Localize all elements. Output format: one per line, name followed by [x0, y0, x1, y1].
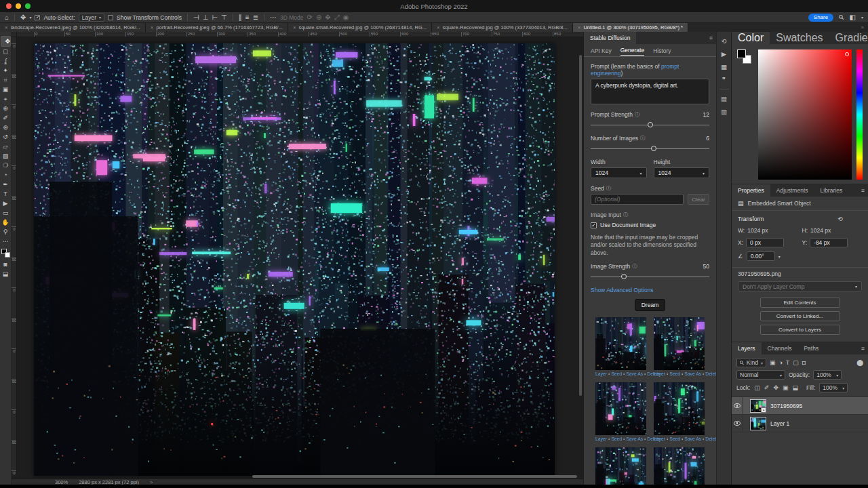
close-tab-icon[interactable]: × [578, 24, 581, 30]
frame-tool-button[interactable]: ▣ [1, 85, 11, 94]
save-as-link[interactable]: Save As [626, 436, 643, 441]
filter-type-layers-icon[interactable]: T [786, 359, 790, 366]
document-tab-4[interactable]: ×square-Recovered.jpg @ 100% (3377304013… [432, 23, 573, 32]
tab-history[interactable]: History [653, 45, 671, 56]
generated-image-thumbnail[interactable] [595, 317, 646, 370]
auto-select-checkbox[interactable]: ✓ [35, 15, 40, 20]
convert-to-layers-button[interactable]: Convert to Layers [760, 325, 840, 335]
tab-generate[interactable]: Generate [620, 45, 644, 56]
close-tab-icon[interactable]: × [293, 24, 296, 30]
blend-mode-dropdown[interactable]: Normal▾ [736, 370, 785, 380]
layer-row-Layer 1[interactable]: Layer 1 [732, 415, 868, 432]
info-icon[interactable]: ⓘ [635, 111, 640, 118]
brush-tool-button[interactable]: ✐ [1, 113, 11, 123]
lock-image-pixels-icon[interactable]: ✐ [764, 384, 770, 391]
screen-mode-button[interactable]: ⬓ [1, 269, 11, 279]
info-icon[interactable]: ⓘ [640, 135, 646, 142]
close-window-button[interactable] [6, 3, 12, 9]
tab-api-key[interactable]: API Key [591, 45, 612, 56]
layer-link[interactable]: Layer [595, 371, 607, 376]
filter-adjustment-layers-icon[interactable]: ◑ [778, 359, 782, 366]
chevron-down-icon[interactable]: ▾ [778, 254, 781, 259]
tab-swatches[interactable]: Swatches [770, 32, 829, 44]
gradient-tool-button[interactable]: ▨ [1, 151, 11, 161]
more-options-icon[interactable]: ⋯ [270, 14, 277, 21]
pen-tool-button[interactable]: ✒ [1, 180, 11, 189]
layer-filter-dropdown[interactable]: ⚲Kind▾ [736, 358, 766, 367]
dodge-tool-button[interactable]: ◔ [1, 170, 11, 180]
x-position-field[interactable]: 0 px [746, 238, 784, 247]
slider-handle[interactable] [648, 122, 653, 127]
blur-tool-button[interactable]: ❍ [1, 161, 11, 170]
align-top-icon[interactable]: ⊤ [221, 14, 227, 21]
panel-menu-icon[interactable]: ≡ [861, 187, 865, 194]
generated-image-thumbnail[interactable] [654, 447, 705, 485]
move-tool-button[interactable]: ✥ [1, 36, 11, 47]
tab-color[interactable]: Color [732, 32, 770, 44]
generated-image-thumbnail[interactable] [595, 447, 646, 485]
close-tab-icon[interactable]: × [5, 24, 8, 30]
dream-button[interactable]: Dream [635, 299, 666, 311]
align-right-icon[interactable]: ⊢ [212, 14, 218, 21]
align-center-icon[interactable]: ⊥ [203, 14, 209, 21]
stable-diffusion-panel-tab[interactable]: Stable Diffusion [584, 32, 636, 44]
auto-select-target-dropdown[interactable]: Layer▾ [79, 14, 104, 22]
type-tool-button[interactable]: T [1, 189, 11, 199]
slider-handle[interactable] [651, 146, 656, 151]
use-document-image-checkbox[interactable]: ✓ [591, 222, 597, 228]
tab-channels[interactable]: Channels [762, 342, 798, 354]
document-tab-2[interactable]: ×portrait-Recovered.jpeg @ 66.7% (171636… [146, 23, 288, 32]
align-left-icon[interactable]: ⊣ [193, 14, 199, 21]
layer-link[interactable]: Layer [654, 371, 665, 376]
lasso-tool-button[interactable]: ʆ [1, 56, 11, 66]
lock-transparent-pixels-icon[interactable]: ◫ [754, 384, 760, 391]
home-icon[interactable]: ⌂ [5, 14, 9, 21]
prompt-textarea[interactable]: A cyberpunk dystopia, digital art. [591, 79, 709, 104]
seed-link[interactable]: Seed [669, 436, 680, 441]
clear-seed-button[interactable]: Clear [688, 194, 709, 205]
distribute-vertical-icon[interactable]: ≡ [245, 14, 250, 21]
lock-position-icon[interactable]: ✥ [773, 384, 778, 391]
layer-thumbnail[interactable] [750, 417, 766, 430]
foreground-background-swatches[interactable] [737, 49, 753, 66]
seed-link[interactable]: Seed [611, 436, 622, 441]
tab-paths[interactable]: Paths [797, 342, 825, 354]
foreground-color-swatch[interactable] [737, 49, 746, 58]
info-icon[interactable]: ▤ [721, 95, 727, 102]
info-icon[interactable]: ⓘ [606, 185, 612, 192]
save-as-link[interactable]: Save As [626, 371, 643, 376]
fill-field[interactable]: 100%▾ [819, 383, 848, 392]
seed-link[interactable]: Seed [611, 371, 622, 376]
info-icon[interactable]: ⓘ [632, 263, 637, 270]
move-tool-icon[interactable]: ✥ [20, 14, 26, 21]
layer-link[interactable]: Layer [595, 436, 607, 441]
rotation-angle-field[interactable]: 0.00° [747, 251, 775, 261]
info-icon[interactable]: ⓘ [623, 211, 629, 218]
notes-icon[interactable]: ▥ [721, 108, 727, 115]
quick-selection-tool-button[interactable]: ✦ [1, 66, 11, 75]
image-strength-slider[interactable] [591, 272, 709, 281]
share-button[interactable]: Share [808, 14, 833, 22]
layer-name[interactable]: Layer 1 [770, 420, 789, 427]
close-tab-icon[interactable]: × [151, 24, 154, 30]
close-tab-icon[interactable]: × [437, 24, 440, 30]
tab-layers[interactable]: Layers [732, 342, 762, 354]
workspace-switcher-icon[interactable]: ◧ [850, 14, 856, 21]
background-color-swatch[interactable] [5, 252, 10, 258]
healing-brush-tool-button[interactable]: ⊕ [1, 104, 11, 113]
quick-mask-button[interactable]: ◙ [1, 260, 11, 269]
eraser-tool-button[interactable]: ▱ [1, 142, 11, 151]
filter-pixel-layers-icon[interactable]: ▣ [770, 359, 776, 366]
hand-tool-button[interactable]: ✋ [1, 218, 11, 227]
clone-stamp-tool-button[interactable]: ⊛ [1, 123, 11, 132]
document-tab-5[interactable]: ×Untitled-1 @ 300% (3071950695, RGB/8*) … [573, 23, 688, 32]
layer-visibility-icon[interactable] [734, 421, 741, 426]
search-icon[interactable]: ⚲ [837, 13, 846, 22]
width-dropdown[interactable]: 1024▾ [591, 167, 647, 178]
lock-all-icon[interactable]: ⬓ [792, 384, 798, 391]
filter-smart-objects-icon[interactable]: ◘ [802, 359, 806, 366]
panel-menu-icon[interactable]: ≡ [861, 35, 865, 41]
layer-comp-dropdown[interactable]: Don't Apply Layer Comp▾ [738, 281, 862, 291]
seed-link[interactable]: Seed [669, 371, 680, 376]
edit-contents-button[interactable]: Edit Contents [760, 298, 840, 308]
